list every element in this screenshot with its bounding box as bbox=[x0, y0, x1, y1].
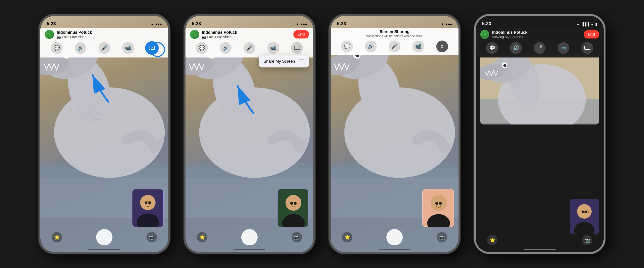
signal-icon-1: ●●● bbox=[155, 22, 162, 26]
capture-btn-2[interactable] bbox=[241, 229, 258, 245]
effects-btn-4[interactable]: ⭐ bbox=[487, 235, 498, 245]
contact-name-1: Indominus Potuck bbox=[57, 30, 92, 35]
message-btn-2[interactable]: 💬 bbox=[196, 42, 208, 54]
message-btn-4[interactable]: 💬 bbox=[486, 42, 498, 54]
phone-2-frame: 5:23 ▲ ●●● 🦎 Indominus Potuck 📷 FaceTime… bbox=[184, 14, 315, 254]
speaker-btn-2[interactable]: 🔊 bbox=[220, 42, 232, 54]
svg-point-66 bbox=[582, 211, 584, 213]
signal-icon-3: ●●● bbox=[446, 22, 452, 26]
status-icons-3: ▲ ●●● bbox=[440, 22, 452, 26]
person-thumbnail-1 bbox=[132, 189, 163, 227]
svg-point-51 bbox=[439, 202, 442, 205]
share-my-screen-item[interactable]: Share My Screen bbox=[259, 55, 309, 67]
speaker-btn-4[interactable]: 🔊 bbox=[510, 42, 522, 54]
camera-btn-3[interactable]: 📹 bbox=[412, 40, 424, 52]
screen-share-icon-1 bbox=[149, 46, 155, 50]
svg-point-64 bbox=[577, 204, 592, 219]
end-call-btn-4[interactable]: End bbox=[584, 30, 599, 38]
phone-4-screen: 5:23 ▲ ▐▐▐ ▲ ▮ 🦎 Indominus Potuck Viewin… bbox=[476, 16, 604, 252]
mic-btn-2[interactable]: 🎤 bbox=[244, 42, 255, 54]
status-time-3: 5:23 bbox=[337, 21, 346, 26]
svg-point-50 bbox=[436, 202, 438, 205]
svg-point-9 bbox=[140, 195, 156, 210]
participants-btn-3[interactable]: 2 bbox=[436, 40, 448, 52]
screen-share-btn-2[interactable] bbox=[291, 42, 303, 54]
svg-point-18 bbox=[151, 47, 152, 48]
svg-rect-14 bbox=[147, 201, 151, 202]
status-icons-2: ▲ ●●● bbox=[296, 22, 307, 26]
camera-btn-2[interactable]: 📹 bbox=[267, 42, 279, 54]
camera-flip-btn-3[interactable]: 📷 bbox=[437, 232, 447, 242]
wifi-icon-3: ▲ bbox=[440, 22, 444, 26]
effects-btn-2[interactable]: ⭐ bbox=[197, 232, 207, 242]
signal-icon-2: ●●● bbox=[300, 22, 307, 26]
screen-share-btn-4[interactable] bbox=[582, 42, 593, 54]
screen-sharing-subtitle: Notifications will be hidden while shari… bbox=[335, 34, 454, 38]
dropdown-menu-2[interactable]: Share My Screen bbox=[259, 55, 309, 67]
video-icon-2: 📷 bbox=[202, 35, 206, 39]
bottom-controls-1[interactable]: ⭐ 📷 bbox=[40, 229, 168, 245]
controls-row-3[interactable]: 💬 🔊 🎤 📹 2 bbox=[335, 40, 454, 53]
phone-1-screen: 5:23 ▲ ●●● 🦎 Indominus Potuck 📷 FaceTime… bbox=[40, 16, 168, 252]
speaker-btn-1[interactable]: 🔊 bbox=[74, 42, 86, 54]
camera-btn-1[interactable]: 📹 bbox=[122, 42, 134, 54]
screen-share-btn-1[interactable] bbox=[146, 42, 158, 54]
controls-row-1[interactable]: 💬 🔊 🎤 📹 bbox=[45, 41, 164, 55]
end-call-btn-2[interactable]: End bbox=[294, 30, 309, 38]
camera-btn-4[interactable]: 📹 bbox=[558, 42, 570, 54]
camera-flip-btn-2[interactable]: 📷 bbox=[292, 232, 302, 242]
share-screen-label: Share My Screen bbox=[264, 59, 295, 64]
mic-btn-3[interactable]: 🎤 bbox=[389, 40, 400, 52]
bottom-controls-4[interactable]: ⭐ 📷 bbox=[476, 235, 604, 245]
person-svg-3 bbox=[423, 189, 454, 227]
screen-share-bar-3: Screen Sharing Notifications will be hid… bbox=[330, 28, 458, 55]
self-view-4 bbox=[570, 199, 599, 234]
contact-row-4: 🦎 Indominus Potuck Viewing My Screen › E… bbox=[480, 30, 599, 39]
home-indicator-2 bbox=[234, 249, 265, 250]
svg-point-32 bbox=[294, 202, 296, 205]
location-icon-4: ▲ bbox=[576, 22, 580, 26]
home-indicator-1 bbox=[88, 249, 120, 250]
wifi-icon-4: ▲ bbox=[590, 22, 594, 26]
effects-btn-3[interactable]: ⭐ bbox=[342, 232, 352, 242]
video-icon-1: 📷 bbox=[57, 35, 61, 39]
contact-subtitle-1: 📷 FaceTime Video bbox=[57, 35, 92, 39]
bottom-controls-3[interactable]: ⭐ 📷 bbox=[330, 229, 458, 245]
self-view-1 bbox=[132, 189, 164, 227]
person-svg-4 bbox=[570, 199, 599, 234]
camera-flip-btn-4[interactable]: 📷 bbox=[582, 235, 592, 245]
phone-3-screen: 5:23 ▲ ●●● Screen Sharing Notifications … bbox=[330, 16, 458, 252]
controls-row-2[interactable]: 💬 🔊 🎤 📹 bbox=[190, 41, 309, 55]
svg-rect-52 bbox=[584, 46, 590, 50]
capture-btn-1[interactable] bbox=[96, 229, 112, 245]
contact-info-1: Indominus Potuck 📷 FaceTime Video bbox=[57, 30, 92, 39]
message-btn-1[interactable]: 💬 bbox=[51, 42, 62, 54]
status-icons-4: ▲ ▐▐▐ ▲ ▮ bbox=[576, 22, 597, 26]
person-svg-1 bbox=[132, 189, 163, 227]
controls-row-4[interactable]: 💬 🔊 🎤 📹 bbox=[480, 41, 599, 55]
status-icons-1: ▲ ●●● bbox=[150, 22, 162, 26]
message-btn-3[interactable]: 💬 bbox=[341, 40, 353, 52]
mic-btn-4[interactable]: 🎤 bbox=[534, 42, 546, 54]
top-bar-2: 🦎 Indominus Potuck 📷 FaceTime Video End … bbox=[186, 28, 314, 57]
contact-row-2: 🦎 Indominus Potuck 📷 FaceTime Video End bbox=[190, 30, 309, 39]
top-bar-1: 🦎 Indominus Potuck 📷 FaceTime Video 💬 🔊 … bbox=[40, 28, 168, 57]
speaker-btn-3[interactable]: 🔊 bbox=[365, 40, 377, 52]
phone-4-frame: 5:23 ▲ ▐▐▐ ▲ ▮ 🦎 Indominus Potuck Viewin… bbox=[474, 14, 606, 254]
contact-subtitle-2: 📷 FaceTime Video bbox=[202, 35, 237, 39]
bottom-controls-2[interactable]: ⭐ 📷 bbox=[186, 229, 314, 245]
contact-row-1: 🦎 Indominus Potuck 📷 FaceTime Video bbox=[45, 30, 164, 39]
screen-share-icon-2 bbox=[294, 46, 300, 50]
status-time-2: 5:23 bbox=[192, 21, 201, 26]
svg-point-29 bbox=[286, 195, 301, 211]
camera-flip-btn-1[interactable]: 📷 bbox=[146, 232, 157, 242]
self-view-2 bbox=[277, 189, 309, 227]
avatar-2: 🦎 bbox=[190, 30, 199, 39]
capture-btn-3[interactable] bbox=[386, 229, 403, 245]
effects-btn-1[interactable]: ⭐ bbox=[52, 232, 62, 242]
phone-1: 5:23 ▲ ●●● 🦎 Indominus Potuck 📷 FaceTime… bbox=[38, 14, 170, 254]
status-bar-3: 5:23 ▲ ●●● bbox=[330, 16, 458, 28]
home-indicator-3 bbox=[379, 249, 410, 250]
avatar-4: 🦎 bbox=[480, 30, 489, 39]
mic-btn-1[interactable]: 🎤 bbox=[98, 42, 110, 54]
